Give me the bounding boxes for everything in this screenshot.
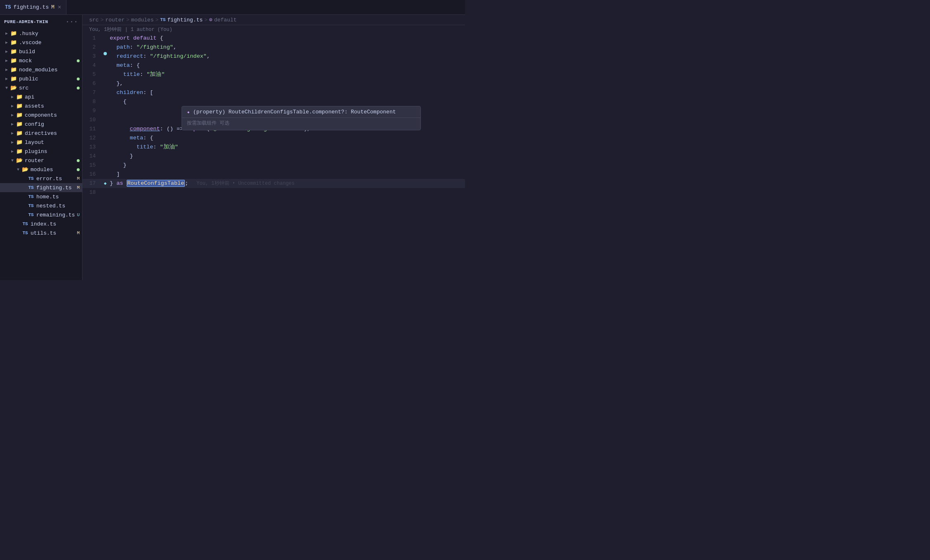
chevron-right-icon: ▶ — [3, 30, 10, 37]
sidebar-item-remaining-ts[interactable]: TS remaining.ts U — [0, 210, 82, 219]
project-name: PURE-ADMIN-THIN — [4, 19, 48, 24]
spacer — [21, 175, 27, 182]
sidebar-item-modules[interactable]: ▼ 📂 modules — [0, 165, 82, 174]
line-number: 16 — [83, 170, 102, 179]
folder-icon: 📁 — [16, 129, 23, 137]
sidebar-item-label: components — [25, 112, 82, 118]
chevron-right-icon: ▶ — [9, 139, 16, 146]
modified-badge: M — [77, 185, 80, 190]
breadcrumb-sep3: > — [155, 17, 158, 23]
breadcrumb-file: fighting.ts — [167, 17, 203, 23]
sidebar-item-router[interactable]: ▼ 📂 router — [0, 156, 82, 165]
code-line-15: 15 } — [83, 161, 465, 170]
sidebar-item-public[interactable]: ▶ 📁 public — [0, 74, 82, 83]
sidebar-item-node-modules[interactable]: ▶ 📁 node_modules — [0, 65, 82, 74]
code-editor[interactable]: 1 export default { 2 path: "/fighting", … — [83, 34, 465, 280]
sidebar-item-fighting-ts[interactable]: TS fighting.ts M — [0, 183, 82, 192]
sidebar-item-label: home.ts — [36, 194, 82, 200]
editor-tab-fighting[interactable]: TS fighting.ts M × — [0, 0, 66, 14]
folder-icon: 📁 — [10, 48, 17, 55]
sidebar-item-mock[interactable]: ▶ 📁 mock — [0, 56, 82, 65]
line-content: redirect: "/fighting/index", — [108, 52, 465, 61]
sidebar-item-src[interactable]: ▼ 📂 src — [0, 83, 82, 92]
sidebar-item-vscode[interactable]: ▶ 📁 .vscode — [0, 38, 82, 47]
line-content: } as RouteConfigsTable; — [108, 179, 188, 188]
line-number: 11 — [83, 125, 102, 134]
sidebar-item-layout[interactable]: ▶ 📁 layout — [0, 138, 82, 147]
line-number: 8 — [83, 97, 102, 106]
sidebar-item-home-ts[interactable]: TS home.ts — [0, 192, 82, 201]
blame-info: You, 1秒钟前 | 1 author (You) — [83, 25, 465, 34]
sidebar-item-label: router — [25, 158, 77, 164]
chevron-right-icon: ▶ — [9, 94, 16, 100]
line-content: { — [108, 97, 465, 106]
ts-badge: TS — [5, 5, 11, 10]
line-content: title: "加油" — [108, 143, 465, 152]
line-content: } — [108, 152, 465, 161]
sidebar-item-label: plugins — [25, 148, 82, 155]
chevron-right-icon: ▶ — [3, 57, 10, 64]
sidebar-item-error-ts[interactable]: TS error.ts M — [0, 174, 82, 183]
chevron-right-icon: ▶ — [3, 39, 10, 46]
line-gutter — [102, 52, 108, 55]
chevron-right-icon: ▶ — [9, 148, 16, 155]
sidebar-item-plugins[interactable]: ▶ 📁 plugins — [0, 147, 82, 156]
sidebar-item-utils-ts[interactable]: TS utils.ts M — [0, 228, 82, 238]
sidebar-item-router-index-ts[interactable]: TS index.ts — [0, 219, 82, 228]
line-number: 13 — [83, 143, 102, 152]
modified-badge: M — [77, 176, 80, 181]
sidebar: PURE-ADMIN-THIN ··· ▶ 📁 .husky ▶ 📁 .vsco… — [0, 15, 83, 280]
autocomplete-description: 按需加载组件 可选 — [182, 118, 420, 130]
line-content: export default { — [108, 34, 465, 43]
sidebar-item-label: modules — [31, 167, 77, 173]
sidebar-item-components[interactable]: ▶ 📁 components — [0, 111, 82, 120]
line-gutter: ◆ — [102, 179, 108, 188]
line-number: 6 — [83, 79, 102, 88]
sidebar-item-assets[interactable]: ▶ 📁 assets — [0, 101, 82, 111]
folder-icon: 📁 — [10, 30, 17, 37]
chevron-down-icon: ▼ — [3, 85, 10, 91]
sidebar-item-label: remaining.ts — [36, 212, 77, 218]
sidebar-item-husky[interactable]: ▶ 📁 .husky — [0, 29, 82, 38]
sidebar-item-label: nested.ts — [36, 203, 82, 209]
chevron-right-icon: ▶ — [3, 66, 10, 73]
line-content: } — [108, 161, 465, 170]
folder-icon: 📁 — [16, 148, 23, 155]
ts-file-icon: TS — [27, 184, 35, 191]
sidebar-menu-dots[interactable]: ··· — [66, 18, 78, 26]
line-content: children: [ — [108, 88, 465, 97]
breadcrumb-ts-badge: TS — [160, 17, 165, 22]
code-line-16: 16 ] — [83, 170, 465, 179]
code-line-2: 2 path: "/fighting", — [83, 43, 465, 52]
ts-file-icon: TS — [27, 175, 35, 182]
breadcrumb-src: src — [89, 17, 99, 23]
sidebar-item-label: error.ts — [36, 176, 77, 182]
sidebar-item-label: assets — [25, 103, 82, 109]
sidebar-item-label: index.ts — [31, 221, 82, 227]
breadcrumb-sep2: > — [126, 17, 130, 23]
sidebar-item-config[interactable]: ▶ 📁 config — [0, 120, 82, 129]
sidebar-item-nested-ts[interactable]: TS nested.ts — [0, 201, 82, 210]
chevron-right-icon: ▶ — [9, 103, 16, 109]
folder-icon: 📁 — [16, 111, 23, 119]
close-button[interactable]: × — [58, 4, 61, 11]
editor-area: src > router > modules > TS fighting.ts … — [83, 15, 465, 280]
code-line-1: 1 export default { — [83, 34, 465, 43]
modified-dot — [77, 59, 80, 62]
code-line-12: 12 meta: { — [83, 134, 465, 143]
autocomplete-popup: ⬥ (property) RouteChildrenConfigsTable.c… — [182, 106, 421, 130]
line-content: meta: { — [108, 61, 465, 70]
autocomplete-row: ⬥ (property) RouteChildrenConfigsTable.c… — [182, 106, 420, 118]
sidebar-item-directives[interactable]: ▶ 📁 directives — [0, 129, 82, 138]
code-line-18: 18 — [83, 188, 465, 197]
folder-icon: 📁 — [16, 102, 23, 110]
tab-modified: M — [51, 4, 54, 10]
sidebar-item-api[interactable]: ▶ 📁 api — [0, 92, 82, 101]
breadcrumb-export-name: default — [214, 17, 237, 23]
code-line-4: 4 meta: { — [83, 61, 465, 70]
ts-file-icon: TS — [27, 202, 35, 209]
folder-icon: 📁 — [16, 139, 23, 146]
line-content: meta: { — [108, 134, 465, 143]
folder-icon: 📁 — [10, 57, 17, 64]
sidebar-item-build[interactable]: ▶ 📁 build — [0, 47, 82, 56]
